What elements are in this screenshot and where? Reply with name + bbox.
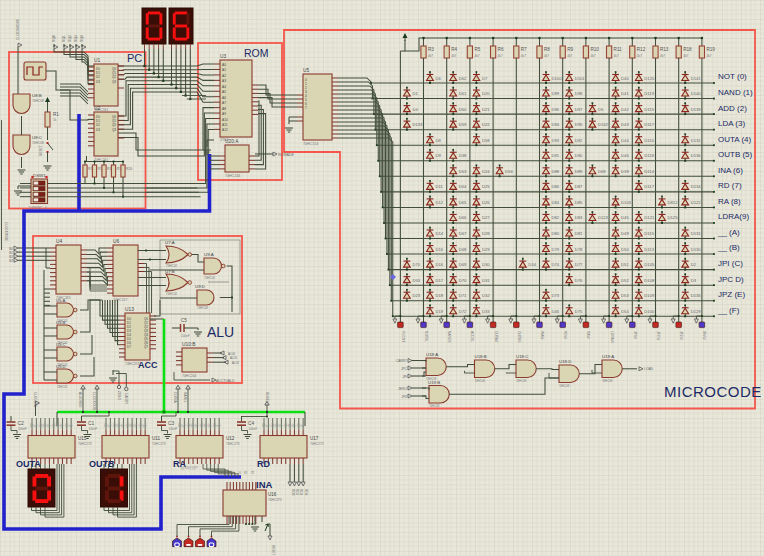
svg-text:D80: D80 (552, 231, 560, 236)
svg-text:LDRA(9): LDRA(9) (718, 212, 749, 221)
svg-text:R6: R6 (498, 47, 504, 52)
svg-text:ALU2: ALU2 (232, 361, 239, 365)
svg-text:U7:A: U7:A (165, 240, 175, 245)
svg-text:Q3: Q3 (191, 466, 195, 470)
svg-text:D32: D32 (482, 293, 490, 298)
svg-text:74HC154: 74HC154 (303, 142, 318, 146)
svg-text:D16: D16 (436, 247, 444, 252)
svg-text:JPC: JPC (401, 367, 408, 371)
svg-text:74HC08: 74HC08 (602, 379, 613, 383)
svg-text:100nF: 100nF (18, 427, 27, 431)
svg-text:D114: D114 (644, 169, 654, 174)
svg-text:Q0: Q0 (139, 423, 143, 427)
svg-text:R3: R3 (428, 47, 434, 52)
svg-text:D0: D0 (225, 470, 229, 474)
svg-text:U8:B: U8:B (32, 93, 42, 98)
svg-text:D118: D118 (644, 153, 654, 158)
svg-text:D109: D109 (644, 293, 655, 298)
svg-text:D812: D812 (668, 200, 679, 205)
svg-text:D38: D38 (459, 153, 467, 158)
svg-text:U19:B: U19:B (428, 380, 440, 385)
svg-text:D105: D105 (621, 200, 632, 205)
svg-text:D68: D68 (598, 169, 606, 174)
svg-text:D3: D3 (691, 278, 697, 283)
svg-text:C1: C1 (88, 421, 94, 426)
svg-text:D8: D8 (251, 470, 255, 474)
svg-text:D2: D2 (96, 75, 100, 79)
svg-text:U16: U16 (268, 492, 277, 497)
svg-text:Q5: Q5 (126, 423, 130, 427)
svg-text:D64: D64 (459, 184, 467, 189)
svg-text:U5:C: U5:C (56, 342, 66, 347)
svg-text:OUTAS: OUTAS (494, 331, 498, 343)
svg-text:Q1: Q1 (217, 423, 221, 427)
svg-text:74HC02: 74HC02 (166, 264, 177, 268)
svg-text:D1: D1 (96, 71, 100, 75)
svg-text:D140: D140 (691, 91, 702, 96)
svg-text:74HC161: 74HC161 (94, 158, 108, 162)
svg-text:D33: D33 (482, 309, 490, 314)
svg-text:D136: D136 (691, 153, 702, 158)
svg-text:R11: R11 (614, 47, 623, 52)
svg-text:D135: D135 (691, 293, 702, 298)
svg-text:A4: A4 (222, 85, 226, 89)
svg-text:LDRAW: LDRAW (610, 331, 614, 344)
svg-text:D46: D46 (552, 309, 560, 314)
svg-text:D8: D8 (436, 138, 442, 143)
svg-text:PCCNT: PCCNT (401, 331, 405, 342)
svg-text:OUTA (4): OUTA (4) (718, 135, 752, 144)
svg-text:74HC08: 74HC08 (516, 379, 527, 383)
svg-text:MICROCODE: MICROCODE (664, 383, 762, 400)
svg-text:74HC08: 74HC08 (32, 141, 44, 145)
svg-text:74HC08: 74HC08 (475, 379, 486, 383)
svg-text:74HC373: 74HC373 (268, 498, 282, 502)
svg-text:D42: D42 (621, 107, 629, 112)
svg-text:D0: D0 (96, 115, 100, 119)
svg-text:1k: 1k (53, 118, 57, 122)
svg-text:U13: U13 (125, 307, 134, 312)
svg-text:Q7: Q7 (208, 423, 212, 427)
svg-text:OUTA: OUTA (16, 459, 41, 469)
svg-text:ZERO: ZERO (117, 391, 121, 400)
svg-text:D141: D141 (691, 76, 702, 81)
svg-text:LOAD: LOAD (644, 367, 654, 371)
svg-text:D72: D72 (459, 309, 467, 314)
svg-text:D87: D87 (575, 184, 583, 189)
svg-text:D70: D70 (412, 262, 420, 267)
svg-text:D4: D4 (238, 470, 242, 474)
svg-text:D142: D142 (598, 122, 609, 127)
svg-text:R19: R19 (706, 47, 715, 52)
svg-text:U7:B: U7:B (165, 269, 175, 274)
svg-text:74HC244: 74HC244 (225, 174, 240, 178)
svg-text:D39: D39 (621, 169, 629, 174)
svg-text:D28: D28 (482, 231, 490, 236)
svg-text:Q0: Q0 (112, 67, 116, 71)
svg-text:D17: D17 (436, 278, 444, 283)
svg-text:4k7: 4k7 (567, 54, 572, 58)
svg-text:D125: D125 (668, 215, 679, 220)
svg-text:D129: D129 (691, 309, 702, 314)
svg-text:Q4: Q4 (194, 466, 198, 470)
svg-text:JPI (C): JPI (C) (718, 259, 743, 268)
svg-text:4k7: 4k7 (521, 54, 526, 58)
svg-text:R7: R7 (521, 47, 527, 52)
svg-text:D22: D22 (482, 122, 490, 127)
svg-text:JPZ: JPZ (401, 395, 407, 399)
svg-text:RAW: RAW (586, 331, 590, 339)
svg-text:A2: A2 (222, 74, 226, 78)
svg-text:Q0: Q0 (178, 423, 182, 427)
svg-text:74HC02: 74HC02 (166, 292, 177, 296)
svg-text:ROMADE: ROMADE (278, 153, 294, 157)
svg-text:Q2: Q2 (39, 423, 43, 427)
svg-text:ZERO: ZERO (398, 387, 407, 391)
svg-text:C2: C2 (18, 421, 24, 426)
svg-text:D0: D0 (96, 67, 100, 71)
svg-text:RQ2: RQ2 (68, 35, 72, 42)
svg-text:A6: A6 (222, 96, 226, 100)
svg-text:RQ4: RQ4 (80, 35, 84, 42)
svg-text:R8: R8 (544, 47, 550, 52)
svg-text:D46: D46 (621, 153, 629, 158)
svg-text:D74: D74 (552, 262, 560, 267)
svg-text:NANDS: NANDS (447, 331, 451, 343)
svg-text:D101: D101 (575, 76, 586, 81)
